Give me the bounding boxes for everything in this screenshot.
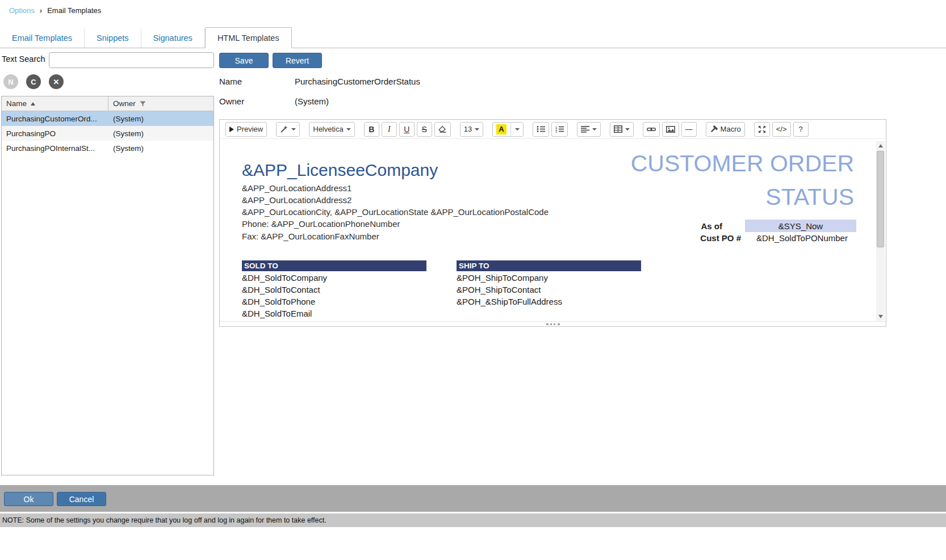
revert-button[interactable]: Revert: [273, 53, 322, 68]
triangle-up-icon: [878, 144, 883, 148]
strikethrough-button[interactable]: S: [417, 122, 432, 137]
help-button[interactable]: ?: [793, 122, 809, 137]
table-row[interactable]: PurchasingPOInternalSt... (System): [2, 141, 214, 155]
align-dropdown-button[interactable]: [577, 122, 601, 137]
tab-html-templates[interactable]: HTML Templates: [205, 27, 292, 48]
font-size-value: 13: [464, 125, 472, 133]
as-of-value: &SYS_Now: [745, 220, 856, 232]
bold-button[interactable]: B: [364, 122, 379, 137]
tab-snippets[interactable]: Snippets: [85, 28, 141, 48]
chevron-down-icon: [515, 128, 520, 130]
table-row[interactable]: PurchasingPO (System): [2, 126, 214, 141]
doc-address1: &APP_OurLocationAddress1: [242, 183, 351, 193]
text-search-label: Text Search: [2, 54, 45, 64]
table-dropdown-button[interactable]: [610, 122, 634, 137]
row-name-cell: PurchasingPO: [2, 129, 108, 138]
preview-button-label: Preview: [237, 125, 263, 133]
column-header-owner[interactable]: Owner: [108, 96, 214, 111]
new-template-button[interactable]: N: [3, 74, 18, 89]
breadcrumb: Options › Email Templates: [9, 6, 101, 15]
magic-wand-dropdown-button[interactable]: [276, 122, 300, 137]
horizontal-rule-button[interactable]: —: [681, 122, 697, 137]
expand-arrows-icon: [758, 125, 766, 133]
cust-po-label: Cust PO #: [668, 233, 741, 243]
chevron-down-icon: [625, 128, 630, 130]
triangle-down-icon: [878, 315, 883, 318]
table-row[interactable]: PurchasingCustomerOrd... (System): [2, 111, 214, 126]
editor-resize-grip[interactable]: [220, 321, 886, 326]
row-owner-cell: (System): [108, 115, 214, 123]
fullscreen-button[interactable]: [754, 122, 770, 137]
macro-button-label: Macro: [721, 125, 741, 133]
code-view-button[interactable]: </>: [772, 122, 791, 137]
link-icon: [647, 127, 656, 132]
sort-ascending-icon: [31, 102, 35, 106]
column-header-name[interactable]: Name: [2, 96, 108, 111]
ok-button[interactable]: Ok: [4, 492, 53, 506]
save-button[interactable]: Save: [219, 53, 269, 68]
doc-title-line2: STATUS: [631, 180, 854, 214]
scroll-up-arrow[interactable]: [876, 141, 885, 150]
name-field-value: PurchasingCustomerOrderStatus: [295, 77, 420, 86]
delete-template-button[interactable]: ✕: [49, 74, 64, 89]
doc-address2: &APP_OurLocationAddress2: [242, 195, 351, 205]
text-search-input[interactable]: [49, 52, 214, 68]
column-header-owner-label: Owner: [113, 99, 136, 108]
grip-dots-icon: [546, 323, 560, 325]
insert-link-button[interactable]: [643, 122, 660, 137]
numbered-list-icon: 123: [555, 125, 564, 133]
templates-table-header: Name Owner: [2, 96, 214, 111]
copy-template-button[interactable]: C: [26, 74, 41, 89]
ordered-list-button[interactable]: 123: [551, 122, 568, 137]
chevron-down-icon: [346, 128, 351, 130]
templates-table: Name Owner PurchasingCustomerOrd... (Sys…: [1, 96, 214, 475]
tab-signatures[interactable]: Signatures: [141, 28, 205, 48]
tab-bar: Email Templates Snippets Signatures HTML…: [0, 27, 946, 48]
row-owner-cell: (System): [108, 129, 214, 138]
insert-image-button[interactable]: [662, 122, 679, 137]
scroll-down-arrow[interactable]: [876, 312, 885, 321]
tab-email-templates[interactable]: Email Templates: [0, 28, 85, 48]
breadcrumb-options-link[interactable]: Options: [9, 6, 35, 15]
doc-title: CUSTOMER ORDER STATUS: [631, 147, 854, 214]
doc-company-heading: &APP_LicenseeCompany: [242, 161, 438, 180]
filter-funnel-icon: [140, 101, 146, 107]
owner-field-label: Owner: [219, 96, 244, 106]
doc-city-line: &APP_OurLocationCity, &APP_OurLocationSt…: [242, 207, 549, 217]
underline-button[interactable]: U: [399, 122, 415, 137]
sold-to-header-bar: SOLD TO: [242, 260, 426, 271]
row-owner-cell: (System): [108, 144, 214, 153]
name-field-label: Name: [219, 77, 242, 86]
sold-to-line: &DH_SoldToEmail: [242, 309, 312, 318]
button-divider: [510, 123, 511, 136]
remove-format-button[interactable]: [434, 122, 451, 137]
image-icon: [666, 126, 675, 133]
settings-note: NOTE: Some of the settings you change re…: [0, 513, 946, 527]
row-name-cell: PurchasingCustomerOrd...: [2, 115, 108, 123]
editor-scrollbar[interactable]: [876, 141, 885, 321]
chevron-down-icon: [475, 128, 479, 130]
scrollbar-thumb[interactable]: [877, 151, 884, 247]
as-of-label: As of: [674, 221, 722, 231]
preview-button[interactable]: Preview: [225, 122, 267, 137]
font-size-select[interactable]: 13: [460, 122, 483, 137]
eraser-icon: [438, 125, 447, 133]
breadcrumb-chevron-icon: ›: [40, 6, 42, 15]
unordered-list-button[interactable]: [533, 122, 549, 137]
macro-button[interactable]: Macro: [706, 122, 745, 137]
ship-to-line: &POH_ShipToContact: [457, 285, 541, 294]
align-lines-icon: [581, 125, 589, 133]
html-template-editor: Preview Helvetica B I U S 13: [219, 119, 886, 327]
font-family-value: Helvetica: [313, 125, 343, 133]
ship-to-header-bar: SHIP TO: [457, 260, 641, 271]
font-family-select[interactable]: Helvetica: [309, 122, 354, 137]
font-color-letter: A: [496, 124, 506, 134]
bullet-list-icon: [537, 125, 545, 133]
italic-button[interactable]: I: [382, 122, 397, 137]
cancel-button[interactable]: Cancel: [57, 492, 106, 506]
editor-toolbar: Preview Helvetica B I U S 13: [220, 120, 886, 139]
breadcrumb-current: Email Templates: [47, 6, 101, 15]
doc-phone-line: Phone: &APP_OurLocationPhoneNumber: [242, 219, 400, 229]
font-color-button[interactable]: A: [492, 122, 523, 137]
list-actions: N C ✕: [3, 74, 64, 89]
